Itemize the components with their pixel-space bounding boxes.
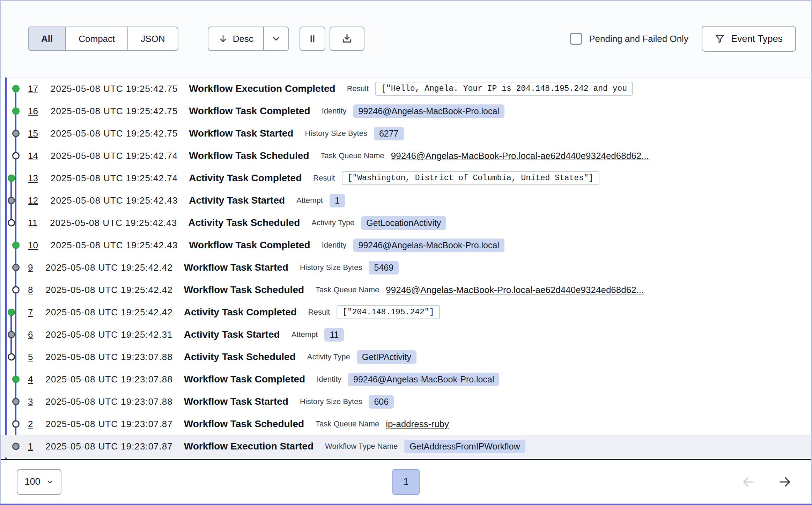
event-row[interactable]: 1 2025-05-08 UTC 19:23:07.87 Workflow Ex…: [1, 435, 811, 458]
event-detail-label: Attempt: [291, 330, 318, 339]
event-row[interactable]: 13 2025-05-08 UTC 19:25:42.74 Activity T…: [1, 167, 811, 189]
pagination-bar: 100 1: [1, 459, 811, 504]
event-detail-value: 99246@Angelas-MacBook-Pro.local: [353, 239, 504, 252]
event-id-link[interactable]: 4: [28, 374, 33, 385]
event-detail-value[interactable]: ip-address-ruby: [386, 419, 449, 430]
chevron-down-icon: [271, 34, 281, 44]
pause-autorefresh-button[interactable]: [300, 27, 325, 51]
event-types-label: Event Types: [731, 34, 783, 44]
event-id-link[interactable]: 8: [28, 285, 33, 295]
event-status-dot: [12, 130, 20, 137]
pagination-arrows: [741, 475, 792, 489]
event-id-link[interactable]: 6: [28, 329, 33, 340]
event-types-button[interactable]: Event Types: [702, 26, 796, 52]
funnel-icon: [715, 34, 725, 44]
event-name: Workflow Task Scheduled: [184, 284, 304, 295]
event-id-link[interactable]: 2: [28, 419, 33, 430]
event-detail-label: Attempt: [296, 196, 323, 205]
event-detail-label: Task Queue Name: [321, 151, 384, 160]
event-row[interactable]: 2 2025-05-08 UTC 19:23:07.87 Workflow Ta…: [1, 413, 811, 435]
event-timestamp: 2025-05-08 UTC 19:25:42.75: [51, 106, 178, 117]
event-row[interactable]: 17 2025-05-08 UTC 19:25:42.75 Workflow E…: [1, 78, 811, 100]
event-detail-label: Activity Type: [307, 352, 350, 361]
event-id-link[interactable]: 1: [28, 441, 33, 452]
event-detail-value[interactable]: 99246@Angelas-MacBook-Pro.local-ae62d440…: [391, 151, 649, 161]
event-timestamp: 2025-05-08 UTC 19:25:42.43: [51, 240, 178, 251]
event-id-link[interactable]: 10: [28, 240, 38, 251]
event-timestamp: 2025-05-08 UTC 19:25:42.42: [45, 262, 172, 273]
event-row[interactable]: 4 2025-05-08 UTC 19:23:07.88 Workflow Ta…: [1, 368, 811, 390]
event-id-link[interactable]: 12: [28, 195, 38, 206]
arrow-left-icon[interactable]: [741, 475, 755, 489]
event-detail-label: Result: [347, 84, 369, 93]
event-history-panel: All Compact JSON Desc: [0, 0, 812, 505]
event-row[interactable]: 12 2025-05-08 UTC 19:25:42.43 Activity T…: [1, 189, 811, 212]
event-name: Workflow Task Completed: [184, 374, 305, 385]
event-detail-label: Result: [313, 174, 335, 183]
view-mode-segmented-control: All Compact JSON: [28, 27, 178, 51]
event-id-link[interactable]: 11: [28, 218, 37, 228]
event-name: Activity Task Completed: [184, 307, 297, 318]
event-id-link[interactable]: 9: [28, 262, 33, 273]
event-timestamp: 2025-05-08 UTC 19:23:07.88: [45, 396, 172, 407]
event-row[interactable]: 14 2025-05-08 UTC 19:25:42.74 Workflow T…: [1, 145, 811, 167]
page-size-select[interactable]: 100: [17, 469, 61, 495]
event-status-dot: [8, 219, 15, 227]
event-row[interactable]: 16 2025-05-08 UTC 19:25:42.75 Workflow T…: [1, 100, 811, 122]
event-id-link[interactable]: 3: [28, 396, 33, 407]
event-timestamp: 2025-05-08 UTC 19:25:42.75: [51, 128, 178, 139]
event-detail-value[interactable]: 99246@Angelas-MacBook-Pro.local-ae62d440…: [386, 285, 644, 295]
event-detail-value: 11: [324, 328, 344, 342]
event-row[interactable]: 10 2025-05-08 UTC 19:25:42.43 Workflow T…: [1, 234, 811, 256]
event-timestamp: 2025-05-08 UTC 19:25:42.74: [51, 151, 178, 161]
event-name: Activity Task Completed: [189, 173, 302, 184]
event-id-link[interactable]: 16: [28, 106, 38, 117]
event-name: Workflow Task Started: [184, 396, 288, 407]
event-detail-label: Task Queue Name: [316, 285, 379, 294]
event-row[interactable]: 9 2025-05-08 UTC 19:25:42.42 Workflow Ta…: [1, 256, 811, 279]
event-detail-value: 606: [369, 395, 394, 409]
event-name: Workflow Task Scheduled: [184, 418, 304, 430]
download-icon: [341, 33, 353, 44]
view-mode-json[interactable]: JSON: [127, 27, 177, 50]
event-id-link[interactable]: 15: [28, 128, 38, 139]
event-row[interactable]: 11 2025-05-08 UTC 19:25:42.43 Activity T…: [1, 212, 811, 234]
arrow-right-icon[interactable]: [778, 475, 792, 489]
event-detail-value: 99246@Angelas-MacBook-Pro.local: [348, 373, 499, 386]
event-detail-value: 1: [330, 194, 345, 207]
event-detail-label: Workflow Type Name: [325, 442, 398, 451]
current-page-indicator[interactable]: 1: [392, 469, 420, 495]
view-mode-compact[interactable]: Compact: [65, 27, 127, 50]
event-detail-label: History Size Bytes: [305, 129, 367, 138]
sort-order-menu-button[interactable]: [263, 27, 288, 50]
view-mode-all[interactable]: All: [29, 27, 65, 50]
chevron-down-icon: [46, 478, 54, 486]
event-name: Workflow Execution Started: [184, 441, 313, 452]
event-id-link[interactable]: 17: [28, 83, 38, 94]
pending-failed-checkbox[interactable]: [570, 33, 582, 45]
pause-icon: [307, 34, 318, 44]
event-id-link[interactable]: 5: [28, 352, 33, 363]
event-row[interactable]: 15 2025-05-08 UTC 19:25:42.75 Workflow T…: [1, 122, 811, 145]
event-name: Workflow Task Started: [189, 128, 293, 139]
event-detail-label: Activity Type: [311, 218, 354, 227]
event-id-link[interactable]: 13: [28, 173, 38, 184]
event-row[interactable]: 7 2025-05-08 UTC 19:25:42.42 Activity Ta…: [1, 301, 811, 323]
event-row[interactable]: 6 2025-05-08 UTC 19:25:42.31 Activity Ta…: [1, 323, 811, 346]
download-history-button[interactable]: [330, 27, 364, 51]
sort-desc-button[interactable]: Desc: [208, 27, 263, 50]
event-timestamp: 2025-05-08 UTC 19:25:42.42: [45, 285, 172, 295]
event-timestamp: 2025-05-08 UTC 19:25:42.42: [45, 307, 172, 318]
event-name: Workflow Task Started: [184, 262, 288, 273]
event-timestamp: 2025-05-08 UTC 19:25:42.31: [45, 329, 172, 340]
event-id-link[interactable]: 14: [28, 151, 38, 161]
event-row[interactable]: 3 2025-05-08 UTC 19:23:07.88 Workflow Ta…: [1, 390, 811, 413]
event-row[interactable]: 5 2025-05-08 UTC 19:23:07.88 Activity Ta…: [1, 346, 811, 368]
event-status-dot: [12, 286, 20, 294]
event-row[interactable]: 8 2025-05-08 UTC 19:25:42.42 Workflow Ta…: [1, 279, 811, 301]
event-status-dot: [12, 398, 20, 405]
event-name: Workflow Task Scheduled: [189, 150, 309, 161]
event-id-link[interactable]: 7: [28, 307, 33, 318]
event-detail-label: Identity: [322, 107, 347, 116]
event-detail-value: ["204.148.195.242"]: [337, 305, 440, 319]
